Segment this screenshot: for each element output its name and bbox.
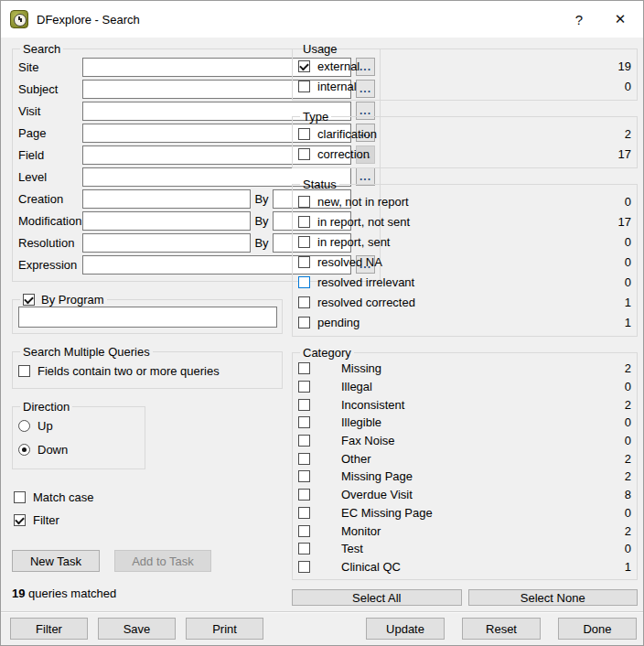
toggle-label: Match case — [33, 490, 93, 504]
checkbox-filter[interactable] — [14, 514, 26, 526]
select-all-button[interactable]: Select All — [292, 589, 462, 606]
resolution-input[interactable] — [82, 233, 251, 253]
new-task-button[interactable]: New Task — [12, 550, 100, 572]
group-type: Typeclarification2correction17 — [292, 110, 638, 168]
filter-item-label: Illegal — [341, 380, 372, 393]
filter-item: Missing2 — [298, 360, 633, 378]
direction-option-label: Down — [38, 443, 68, 457]
filter-item-label: external — [317, 59, 360, 73]
filter-item-count: 1 — [625, 560, 633, 574]
search-group-title: Search — [20, 42, 63, 56]
checkbox-new-not-in-report[interactable] — [298, 196, 310, 208]
checkbox-in-report-not-sent[interactable] — [298, 216, 310, 228]
radio-up[interactable] — [18, 420, 30, 432]
filter-item-count: 2 — [625, 524, 633, 538]
checkbox-in-report-sent[interactable] — [298, 236, 310, 248]
select-buttons-row: Select AllSelect None — [292, 589, 638, 606]
direction-option-up: Up — [18, 414, 140, 437]
filter-item-count: 0 — [625, 255, 633, 269]
checkbox-test[interactable] — [298, 543, 310, 554]
checkbox-other[interactable] — [298, 453, 310, 465]
filter-item-label: EC Missing Page — [341, 506, 433, 520]
save-button[interactable]: Save — [98, 618, 176, 640]
group-usage: Usageexternal19internal0 — [292, 42, 638, 101]
resolution-label: Resolution — [18, 236, 82, 250]
checkbox-resolved-irrelevant[interactable] — [298, 276, 310, 288]
checkbox-illegal[interactable] — [298, 381, 310, 393]
checkbox-internal[interactable] — [298, 81, 310, 92]
checkbox-resolved-corrected[interactable] — [298, 296, 310, 308]
filter-item-count: 2 — [625, 398, 633, 412]
filter-item-label: Overdue Visit — [341, 488, 413, 501]
done-button[interactable]: Done — [558, 618, 637, 640]
footer-left-buttons: FilterSavePrint — [10, 618, 263, 640]
direction-group: Direction UpDown — [12, 400, 145, 469]
checkbox-correction[interactable] — [298, 148, 310, 160]
filter-item: Illegal0 — [298, 378, 633, 396]
filter-item-label: resolved irrelevant — [317, 275, 414, 289]
radio-down[interactable] — [18, 444, 30, 456]
group-title-status: Status — [300, 178, 339, 191]
filter-item-label: new, not in report — [317, 195, 409, 209]
checkbox-resolved-na[interactable] — [298, 256, 310, 268]
direction-option-down: Down — [18, 437, 140, 461]
filter-item-count: 1 — [625, 316, 633, 329]
by-program-checkbox[interactable] — [23, 294, 35, 306]
modification-label: Modification — [18, 214, 82, 228]
left-column: Search Site...Subject...Visit...Page...F… — [12, 42, 283, 572]
modification-input[interactable] — [82, 211, 251, 231]
checkbox-fax-noise[interactable] — [298, 435, 310, 447]
filter-item-label: resolved NA — [317, 255, 382, 269]
checkbox-inconsistent[interactable] — [298, 399, 310, 411]
group-category: CategoryMissing2Illegal0Inconsistent2Ill… — [292, 346, 638, 580]
creation-input[interactable] — [82, 189, 251, 209]
multiple-queries-checkbox[interactable] — [18, 365, 30, 377]
level-label: Level — [18, 170, 82, 184]
checkbox-missing-page[interactable] — [298, 470, 310, 482]
checkbox-match-case[interactable] — [14, 491, 26, 503]
filter-item-count: 17 — [618, 215, 633, 229]
visit-label: Visit — [18, 104, 82, 118]
field-label: Field — [18, 148, 82, 162]
app-clock-icon — [10, 10, 28, 28]
filter-item: resolved NA0 — [298, 252, 633, 272]
checkbox-overdue-visit[interactable] — [298, 489, 310, 501]
checkbox-external[interactable] — [298, 60, 310, 72]
by-program-label: By Program — [41, 293, 104, 307]
checkbox-ec-missing-page[interactable] — [298, 507, 310, 519]
checkbox-clarification[interactable] — [298, 128, 310, 140]
checkbox-missing[interactable] — [298, 362, 310, 374]
filter-item-label: pending — [317, 316, 360, 329]
filter-button[interactable]: Filter — [10, 618, 88, 640]
checkbox-clinical-qc[interactable] — [298, 561, 310, 573]
by-program-input[interactable] — [18, 307, 277, 328]
filter-groups: Usageexternal19internal0Typeclarificatio… — [292, 42, 638, 580]
filter-item: pending1 — [298, 312, 633, 332]
toggle-label: Filter — [33, 513, 59, 527]
toggle-options: Match caseFilter — [14, 486, 283, 532]
filter-item-count: 0 — [625, 415, 633, 429]
task-buttons: New TaskAdd to Task — [12, 550, 283, 572]
checkbox-illegible[interactable] — [298, 416, 310, 428]
update-button[interactable]: Update — [366, 618, 445, 640]
filter-item-count: 17 — [618, 147, 633, 161]
checkbox-pending[interactable] — [298, 317, 310, 328]
group-title-usage: Usage — [300, 42, 340, 56]
print-button[interactable]: Print — [186, 618, 263, 640]
filter-item-count: 0 — [625, 80, 633, 93]
filter-item: Fax Noise0 — [298, 432, 633, 450]
by-label: By — [251, 214, 273, 228]
help-button[interactable]: ? — [559, 1, 599, 38]
checkbox-monitor[interactable] — [298, 525, 310, 537]
filter-item-count: 0 — [625, 542, 633, 555]
close-button[interactable]: ✕ — [599, 1, 641, 38]
filter-item-label: Inconsistent — [341, 398, 404, 412]
by-program-group: By Program — [12, 293, 283, 334]
group-title-type: Type — [300, 110, 331, 124]
filter-item: clarification2 — [298, 124, 633, 144]
select-none-button[interactable]: Select None — [468, 589, 639, 606]
footer-separator — [1, 611, 643, 613]
direction-title: Direction — [20, 400, 72, 414]
filter-item: in report, sent0 — [298, 231, 633, 252]
reset-button[interactable]: Reset — [462, 618, 541, 640]
